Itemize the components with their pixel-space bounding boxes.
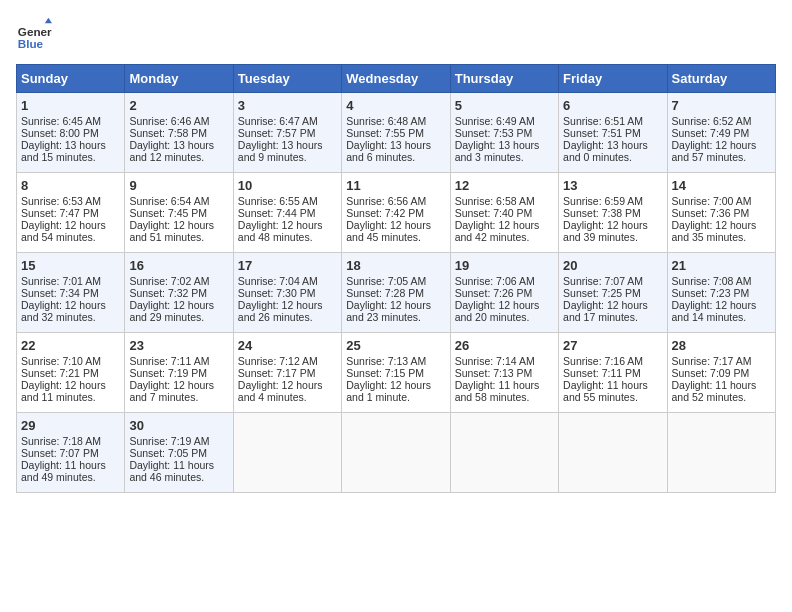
day-info: Sunrise: 7:14 AM bbox=[455, 355, 554, 367]
svg-text:Blue: Blue bbox=[18, 37, 44, 50]
day-info: Daylight: 12 hours bbox=[563, 299, 662, 311]
calendar-cell: 16Sunrise: 7:02 AMSunset: 7:32 PMDayligh… bbox=[125, 253, 233, 333]
day-info: and 52 minutes. bbox=[672, 391, 771, 403]
calendar-cell: 25Sunrise: 7:13 AMSunset: 7:15 PMDayligh… bbox=[342, 333, 450, 413]
calendar-cell: 15Sunrise: 7:01 AMSunset: 7:34 PMDayligh… bbox=[17, 253, 125, 333]
day-info: Sunrise: 6:54 AM bbox=[129, 195, 228, 207]
day-info: Daylight: 12 hours bbox=[238, 379, 337, 391]
calendar-cell: 9Sunrise: 6:54 AMSunset: 7:45 PMDaylight… bbox=[125, 173, 233, 253]
day-info: Sunrise: 7:12 AM bbox=[238, 355, 337, 367]
calendar-header-row: SundayMondayTuesdayWednesdayThursdayFrid… bbox=[17, 65, 776, 93]
calendar-cell: 8Sunrise: 6:53 AMSunset: 7:47 PMDaylight… bbox=[17, 173, 125, 253]
day-header-tuesday: Tuesday bbox=[233, 65, 341, 93]
day-info: Sunrise: 6:52 AM bbox=[672, 115, 771, 127]
day-info: and 4 minutes. bbox=[238, 391, 337, 403]
day-info: and 45 minutes. bbox=[346, 231, 445, 243]
day-info: Sunset: 8:00 PM bbox=[21, 127, 120, 139]
day-number: 23 bbox=[129, 338, 228, 353]
day-info: Sunset: 7:21 PM bbox=[21, 367, 120, 379]
calendar-cell: 7Sunrise: 6:52 AMSunset: 7:49 PMDaylight… bbox=[667, 93, 775, 173]
calendar-cell: 3Sunrise: 6:47 AMSunset: 7:57 PMDaylight… bbox=[233, 93, 341, 173]
day-info: and 20 minutes. bbox=[455, 311, 554, 323]
calendar-cell: 2Sunrise: 6:46 AMSunset: 7:58 PMDaylight… bbox=[125, 93, 233, 173]
day-info: Sunset: 7:51 PM bbox=[563, 127, 662, 139]
day-number: 28 bbox=[672, 338, 771, 353]
day-info: and 58 minutes. bbox=[455, 391, 554, 403]
day-info: Daylight: 11 hours bbox=[563, 379, 662, 391]
calendar-cell: 22Sunrise: 7:10 AMSunset: 7:21 PMDayligh… bbox=[17, 333, 125, 413]
calendar-cell: 12Sunrise: 6:58 AMSunset: 7:40 PMDayligh… bbox=[450, 173, 558, 253]
day-number: 14 bbox=[672, 178, 771, 193]
day-header-saturday: Saturday bbox=[667, 65, 775, 93]
day-number: 7 bbox=[672, 98, 771, 113]
day-info: Sunset: 7:53 PM bbox=[455, 127, 554, 139]
day-number: 1 bbox=[21, 98, 120, 113]
calendar-week-row: 22Sunrise: 7:10 AMSunset: 7:21 PMDayligh… bbox=[17, 333, 776, 413]
day-info: Sunset: 7:17 PM bbox=[238, 367, 337, 379]
day-info: and 35 minutes. bbox=[672, 231, 771, 243]
day-number: 2 bbox=[129, 98, 228, 113]
day-info: Sunset: 7:57 PM bbox=[238, 127, 337, 139]
day-info: and 12 minutes. bbox=[129, 151, 228, 163]
day-header-monday: Monday bbox=[125, 65, 233, 93]
calendar-cell: 21Sunrise: 7:08 AMSunset: 7:23 PMDayligh… bbox=[667, 253, 775, 333]
day-info: Sunrise: 6:56 AM bbox=[346, 195, 445, 207]
day-number: 15 bbox=[21, 258, 120, 273]
day-info: Sunset: 7:19 PM bbox=[129, 367, 228, 379]
day-info: Daylight: 12 hours bbox=[346, 219, 445, 231]
day-info: and 46 minutes. bbox=[129, 471, 228, 483]
calendar-week-row: 1Sunrise: 6:45 AMSunset: 8:00 PMDaylight… bbox=[17, 93, 776, 173]
calendar-table: SundayMondayTuesdayWednesdayThursdayFrid… bbox=[16, 64, 776, 493]
day-info: Sunset: 7:42 PM bbox=[346, 207, 445, 219]
calendar-cell: 13Sunrise: 6:59 AMSunset: 7:38 PMDayligh… bbox=[559, 173, 667, 253]
day-info: Daylight: 12 hours bbox=[672, 299, 771, 311]
calendar-cell: 28Sunrise: 7:17 AMSunset: 7:09 PMDayligh… bbox=[667, 333, 775, 413]
day-info: and 51 minutes. bbox=[129, 231, 228, 243]
day-info: Sunrise: 6:53 AM bbox=[21, 195, 120, 207]
day-info: Sunrise: 6:55 AM bbox=[238, 195, 337, 207]
day-number: 20 bbox=[563, 258, 662, 273]
calendar-cell: 17Sunrise: 7:04 AMSunset: 7:30 PMDayligh… bbox=[233, 253, 341, 333]
day-info: Sunrise: 6:58 AM bbox=[455, 195, 554, 207]
day-info: Daylight: 13 hours bbox=[455, 139, 554, 151]
calendar-cell: 11Sunrise: 6:56 AMSunset: 7:42 PMDayligh… bbox=[342, 173, 450, 253]
day-info: Sunset: 7:05 PM bbox=[129, 447, 228, 459]
day-number: 5 bbox=[455, 98, 554, 113]
day-info: and 55 minutes. bbox=[563, 391, 662, 403]
day-info: Daylight: 12 hours bbox=[563, 219, 662, 231]
day-number: 9 bbox=[129, 178, 228, 193]
day-info: Sunset: 7:15 PM bbox=[346, 367, 445, 379]
day-info: Sunset: 7:36 PM bbox=[672, 207, 771, 219]
day-info: Daylight: 12 hours bbox=[455, 219, 554, 231]
day-info: Sunrise: 6:51 AM bbox=[563, 115, 662, 127]
day-info: and 32 minutes. bbox=[21, 311, 120, 323]
day-info: Sunrise: 6:48 AM bbox=[346, 115, 445, 127]
day-number: 26 bbox=[455, 338, 554, 353]
day-info: Daylight: 12 hours bbox=[455, 299, 554, 311]
calendar-cell: 4Sunrise: 6:48 AMSunset: 7:55 PMDaylight… bbox=[342, 93, 450, 173]
day-info: Sunrise: 6:59 AM bbox=[563, 195, 662, 207]
day-info: Daylight: 13 hours bbox=[346, 139, 445, 151]
day-info: Daylight: 12 hours bbox=[672, 219, 771, 231]
day-info: Sunset: 7:23 PM bbox=[672, 287, 771, 299]
day-info: Sunrise: 7:13 AM bbox=[346, 355, 445, 367]
day-info: Daylight: 13 hours bbox=[563, 139, 662, 151]
day-header-sunday: Sunday bbox=[17, 65, 125, 93]
calendar-week-row: 8Sunrise: 6:53 AMSunset: 7:47 PMDaylight… bbox=[17, 173, 776, 253]
day-info: Sunrise: 7:01 AM bbox=[21, 275, 120, 287]
calendar-cell: 5Sunrise: 6:49 AMSunset: 7:53 PMDaylight… bbox=[450, 93, 558, 173]
day-info: Sunset: 7:09 PM bbox=[672, 367, 771, 379]
day-number: 3 bbox=[238, 98, 337, 113]
day-info: Sunset: 7:49 PM bbox=[672, 127, 771, 139]
day-number: 6 bbox=[563, 98, 662, 113]
day-info: and 14 minutes. bbox=[672, 311, 771, 323]
day-info: Sunrise: 7:19 AM bbox=[129, 435, 228, 447]
day-number: 19 bbox=[455, 258, 554, 273]
day-info: Sunrise: 7:00 AM bbox=[672, 195, 771, 207]
calendar-cell: 30Sunrise: 7:19 AMSunset: 7:05 PMDayligh… bbox=[125, 413, 233, 493]
day-info: Sunset: 7:28 PM bbox=[346, 287, 445, 299]
day-info: Sunrise: 7:02 AM bbox=[129, 275, 228, 287]
day-number: 10 bbox=[238, 178, 337, 193]
day-info: Daylight: 12 hours bbox=[238, 299, 337, 311]
calendar-cell bbox=[667, 413, 775, 493]
